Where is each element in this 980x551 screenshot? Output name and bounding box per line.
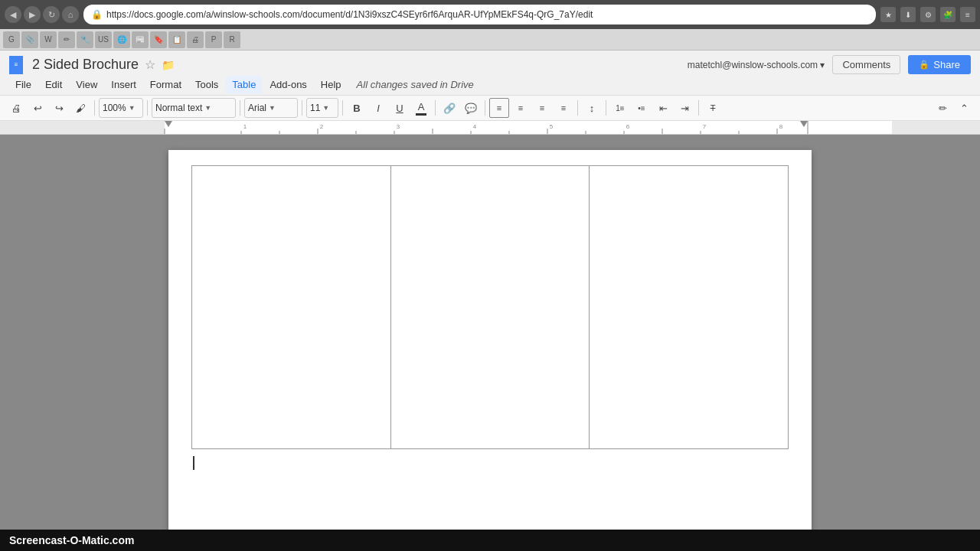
align-left-button[interactable]: ≡ (489, 98, 509, 118)
home-button[interactable]: ⌂ (62, 6, 79, 23)
underline-button[interactable]: U (390, 98, 410, 118)
menu-insert[interactable]: Insert (105, 76, 142, 93)
ext-4[interactable]: ✏ (58, 31, 75, 48)
menu-tools[interactable]: Tools (189, 76, 224, 93)
separator-7 (485, 100, 485, 116)
indent-more-button[interactable]: ⇥ (675, 98, 694, 118)
table-row (192, 166, 789, 449)
ext-10[interactable]: 📋 (168, 31, 185, 48)
separator-2 (147, 100, 148, 116)
ruler-svg: 1 2 3 4 5 6 7 8 (0, 121, 980, 135)
separator-9 (606, 100, 606, 116)
align-justify-button[interactable]: ≡ (554, 98, 573, 118)
zoom-arrow: ▼ (129, 104, 136, 112)
line-spacing-button[interactable]: ↕ (582, 98, 602, 118)
menu-help[interactable]: Help (315, 76, 348, 93)
title-right: matetchl@winslow-schools.com ▾ Comments … (688, 55, 971, 74)
forward-button[interactable]: ▶ (24, 6, 41, 23)
ext-12[interactable]: P (205, 31, 222, 48)
link-button[interactable]: 🔗 (439, 98, 459, 118)
menu-view[interactable]: View (70, 76, 103, 93)
download-icon[interactable]: ⬇ (900, 7, 916, 22)
expand-button[interactable]: ⌃ (954, 98, 974, 118)
ext-6[interactable]: US (95, 31, 112, 48)
ext-2[interactable]: 📎 (21, 31, 38, 48)
italic-button[interactable]: I (368, 98, 388, 118)
paintformat-button[interactable]: 🖌 (70, 98, 90, 118)
address-bar[interactable]: 🔒 https://docs.google.com/a/winslow-scho… (83, 5, 876, 24)
align-right-button[interactable]: ≡ (532, 98, 552, 118)
bookmark-icon[interactable]: ★ (880, 7, 896, 22)
star-icon[interactable]: ☆ (145, 57, 155, 72)
settings-icon[interactable]: ⚙ (920, 7, 936, 22)
refresh-button[interactable]: ↻ (43, 6, 60, 23)
title-left: ≡ 2 Sided Brochure ☆ 📁 (9, 56, 175, 74)
svg-text:1: 1 (243, 123, 247, 130)
comments-button[interactable]: Comments (832, 55, 900, 74)
numbered-list-button[interactable]: 1≡ (610, 98, 630, 118)
ext-8[interactable]: 📰 (132, 31, 149, 48)
bold-button[interactable]: B (347, 98, 367, 118)
ext-7[interactable]: 🌐 (113, 31, 130, 48)
browser-icons: ★ ⬇ ⚙ 🧩 ≡ (880, 7, 975, 22)
ext-1[interactable]: G (3, 31, 20, 48)
align-center-button[interactable]: ≡ (511, 98, 531, 118)
menu-bar: File Edit View Insert Format Tools Table… (0, 74, 980, 95)
ext-13[interactable]: R (224, 31, 240, 48)
separator-6 (435, 100, 436, 116)
menu-table[interactable]: Table (226, 76, 262, 93)
folder-icon[interactable]: 📁 (162, 59, 175, 71)
text-color-button[interactable]: A (411, 98, 431, 118)
secure-icon: 🔒 (91, 9, 103, 20)
separator-4 (302, 100, 302, 116)
lock-icon: 🔒 (919, 60, 929, 70)
zoom-select[interactable]: 100% ▼ (99, 98, 143, 118)
print-button[interactable]: 🖨 (6, 98, 26, 118)
separator-1 (94, 100, 95, 116)
pen-button[interactable]: ✏ (933, 98, 952, 118)
menu-format[interactable]: Format (144, 76, 188, 93)
doc-title[interactable]: 2 Sided Brochure (32, 57, 139, 73)
style-arrow: ▼ (204, 104, 211, 112)
svg-rect-0 (165, 121, 808, 135)
comment-button[interactable]: 💬 (461, 98, 481, 118)
menu-addons[interactable]: Add-ons (263, 76, 312, 93)
document-content[interactable] (168, 150, 812, 485)
bullet-list-button[interactable]: •≡ (632, 98, 652, 118)
ext-11[interactable]: 🖨 (187, 31, 204, 48)
style-select[interactable]: Normal text ▼ (152, 98, 236, 118)
url-text: https://docs.google.com/a/winslow-school… (106, 9, 593, 20)
gdocs-container: ≡ 2 Sided Brochure ☆ 📁 matetchl@winslow-… (0, 51, 980, 551)
extensions-icon[interactable]: 🧩 (940, 7, 956, 22)
ext-9[interactable]: 🔖 (150, 31, 167, 48)
table-cell-1[interactable] (192, 166, 391, 449)
share-button[interactable]: 🔒 Share (908, 55, 971, 74)
separator-3 (240, 100, 240, 116)
menu-file[interactable]: File (9, 76, 38, 93)
formatting-toolbar: 🖨 ↩ ↪ 🖌 100% ▼ Normal text ▼ Arial ▼ 11 … (0, 95, 980, 121)
user-email[interactable]: matetchl@winslow-schools.com ▾ (688, 60, 825, 70)
menu-edit[interactable]: Edit (39, 76, 68, 93)
redo-button[interactable]: ↪ (49, 98, 69, 118)
title-bar: ≡ 2 Sided Brochure ☆ 📁 matetchl@winslow-… (0, 51, 980, 74)
back-button[interactable]: ◀ (5, 6, 21, 23)
ext-5[interactable]: 🔧 (77, 31, 93, 48)
indent-less-button[interactable]: ⇤ (653, 98, 673, 118)
ext-3[interactable]: W (40, 31, 57, 48)
separator-5 (342, 100, 343, 116)
table-cell-3[interactable] (590, 166, 789, 449)
nav-buttons: ◀ ▶ ↻ ⌂ (5, 6, 79, 23)
clear-format-button[interactable]: T (703, 98, 723, 118)
table-cell-2[interactable] (390, 166, 590, 449)
cursor-area[interactable] (191, 455, 789, 470)
undo-button[interactable]: ↩ (28, 98, 47, 118)
document-table[interactable] (191, 165, 789, 449)
font-select[interactable]: Arial ▼ (244, 98, 298, 118)
document-page[interactable] (168, 150, 812, 536)
menu-icon[interactable]: ≡ (960, 7, 975, 22)
font-size-select[interactable]: 11 ▼ (306, 98, 338, 118)
font-arrow: ▼ (269, 104, 276, 112)
text-cursor (193, 456, 194, 470)
document-area[interactable] (0, 135, 980, 551)
svg-text:8: 8 (779, 123, 783, 130)
